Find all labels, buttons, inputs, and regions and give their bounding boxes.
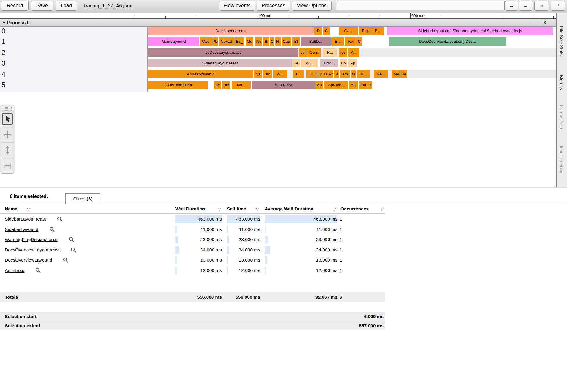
flame-slice[interactable]: W... [273,70,287,78]
load-button[interactable]: Load [56,1,77,11]
zoom-tool-button[interactable] [1,142,14,157]
slice-name-link[interactable]: WarningFlagDescription.d [5,237,58,242]
slice-name-link[interactable]: SidebarLayout.reast [5,216,46,222]
flame-slice[interactable]: Re... [374,70,388,78]
magnifier-icon[interactable] [35,267,41,273]
slice-name-link[interactable]: DocsOverviewLayout.reast [5,247,60,253]
flame-slice[interactable]: M [351,70,356,78]
flame-slice[interactable]: MainLayout.d [148,37,199,46]
flame-slice[interactable]: BeltD... [301,37,331,46]
flame-slice[interactable]: Next.d [219,37,234,46]
side-tab-file-size-stats[interactable]: File Size Stats [559,26,564,56]
column-header-wall-duration[interactable]: Wall Duration ▽ [175,204,221,214]
view-options-button[interactable]: View Options [292,1,332,11]
flame-slice[interactable]: Xml [340,70,350,78]
search-input[interactable] [336,1,505,10]
magnifier-icon[interactable] [57,216,63,222]
flame-slice[interactable]: Do [340,59,347,67]
column-header-average-wall-duration[interactable]: Average Wall Duration ▽ [265,204,336,214]
flame-slice[interactable]: C [323,27,330,35]
pan-tool-button[interactable] [1,127,14,142]
flame-slice[interactable]: Ima [359,81,367,89]
flame-slice[interactable]: An [255,37,262,46]
flame-slice[interactable]: Bs_ [234,37,244,46]
process-collapse-toggle[interactable]: ▾Process 0 [3,19,30,26]
help-button[interactable]: ? [551,1,565,11]
flame-slice[interactable]: Ico [339,48,347,57]
slice-name-link[interactable]: ApiIntro.d [5,268,24,273]
flame-slice[interactable]: Hi [275,37,281,46]
flame-slice[interactable]: B... [331,37,344,46]
side-tab-input-latency[interactable]: Input Latency [559,146,564,173]
magnifier-icon[interactable] [70,247,76,253]
record-button[interactable]: Record [1,1,29,11]
magnifier-icon[interactable] [68,237,74,243]
side-tab-frame-data[interactable]: Frame Data [559,105,564,129]
flame-slice[interactable]: CodeExample.d [148,81,208,89]
flame-slice[interactable]: M [401,70,407,78]
slice-name-link[interactable]: DocsOverviewLayout.d [5,257,52,263]
flame-slice[interactable]: JsDocsLayout.reast [148,48,298,57]
flame-slice[interactable]: Ut [316,70,323,78]
magnifier-icon[interactable] [49,226,55,232]
flame-slice[interactable]: Com [307,48,321,57]
column-header-self-time[interactable]: Self time ▽ [227,204,259,214]
flame-slice[interactable]: N [367,81,372,89]
flame-slice[interactable]: Bl [292,37,300,46]
flame-slice[interactable]: D [323,70,328,78]
flame-slice[interactable]: M... [357,70,370,78]
flame-slice[interactable]: Doc... [320,59,338,67]
flame-slice[interactable]: Md [246,37,253,46]
flame-slice[interactable]: Js [299,48,307,57]
column-header-occurrences[interactable]: Occurrences ▽ [340,204,384,214]
timeline-ruler[interactable]: 400 ms600 ms [0,13,556,19]
magnifier-icon[interactable] [63,257,69,263]
flame-slice[interactable]: Cod [282,37,291,46]
tab-slices[interactable]: Slices (6) [65,193,100,204]
more-button[interactable]: » [534,1,549,11]
find-previous-button[interactable]: ← [505,1,518,11]
flame-slice[interactable]: Si [334,70,339,78]
flame-slice[interactable]: C [356,37,362,46]
flame-slice[interactable]: DocsOverviewLayout.cmj,Doc... [389,37,506,46]
save-button[interactable]: Save [31,1,53,11]
flame-slice[interactable]: A... [348,48,359,57]
flame-chart-area[interactable]: 012345 DocsLayout.reastDCGe...TagB...Sid… [0,27,556,92]
palette-drag-grip[interactable] [2,106,12,111]
column-header-name[interactable]: Name ▽ [5,204,30,214]
flame-slice[interactable]: Ap [348,59,357,67]
flame-slice[interactable]: I... [293,70,304,78]
flame-slice[interactable]: D [314,27,322,35]
flame-slice[interactable]: Url [306,70,316,78]
close-process-track-button[interactable]: X [543,19,546,26]
timing-select-tool-button[interactable] [1,158,14,173]
flame-slice[interactable]: W... [301,59,318,67]
flame-slice[interactable]: Cod [200,37,212,46]
flame-slice[interactable]: Si [292,59,300,67]
flame-slice[interactable]: Me [392,70,401,78]
flame-slice[interactable]: Tex [345,37,356,46]
processes-button[interactable]: Processes [257,1,290,11]
flame-slice[interactable]: ge [214,81,221,89]
flame-slice[interactable]: DocsLayout.reast [148,27,314,35]
flame-slice[interactable]: ApiOve... [324,81,348,89]
flame-slice[interactable]: C [270,37,274,46]
flame-slice[interactable]: Tag [359,27,371,35]
flame-slice[interactable]: Ap [315,81,323,89]
flame-slice[interactable]: blo [222,81,230,89]
flame-slice[interactable]: Ge... [339,27,358,35]
flame-slice[interactable]: App.reast [252,81,315,89]
flame-slice[interactable]: SidebarLayout.reast [148,59,292,67]
flame-slice[interactable]: Bl [263,37,269,46]
flame-slice[interactable]: B... [371,27,384,35]
flame-slice[interactable]: Pla [212,37,218,46]
flame-slice[interactable]: ApiMarkdown.d [148,70,253,78]
flame-slice[interactable]: Na [254,70,262,78]
flame-slice[interactable]: SidebarLayout.cmj,SidebarLayout.cmi,Side… [387,27,553,35]
selection-tool-button[interactable] [1,111,14,126]
find-next-button[interactable]: → [519,1,533,11]
flame-slice[interactable]: Api [349,81,358,89]
slice-name-link[interactable]: SidebarLayout.d [5,227,38,232]
flame-slice[interactable]: Blo [263,70,272,78]
flame-slice[interactable]: R... [323,48,337,57]
